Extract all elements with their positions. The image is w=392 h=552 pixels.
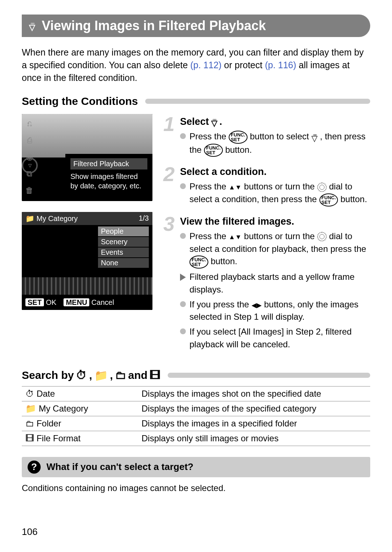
func-set-icon: FUNC.SET bbox=[204, 144, 223, 157]
dot-bullet-icon bbox=[180, 183, 186, 189]
step-title: View the filtered images. bbox=[180, 216, 370, 227]
list-item: People bbox=[98, 226, 149, 236]
func-set-icon: FUNC.SET bbox=[189, 255, 208, 269]
steps-column: 1Select ▫▫▫▽ .Press the FUNC.SET button … bbox=[163, 114, 370, 358]
instruction-columns: ⎌ ⎙ ◉ ⧉ 🗑 ▽ Filtered Playback Show image… bbox=[22, 114, 370, 358]
dial-icon bbox=[317, 232, 327, 241]
filter-ring-icon: ▽ bbox=[22, 158, 38, 173]
dot-bullet-icon bbox=[180, 233, 186, 239]
subheader-setting-conditions: Setting the Conditions bbox=[22, 95, 370, 107]
step-line-text: Press the FUNC.SET button to select ▫▫▫▽… bbox=[189, 130, 370, 157]
step-line-text: If you select [All Images] in Step 2, fi… bbox=[189, 326, 370, 351]
panel-body: Show images filtered by date, category, … bbox=[70, 172, 147, 191]
dot-bullet-icon bbox=[180, 328, 186, 334]
screenshot-my-category: 📁 My Category 1/3 People Scenery Events … bbox=[22, 212, 152, 310]
trash-icon: 🗑 bbox=[25, 186, 33, 195]
table-row: 🎞 File FormatDisplays only still images … bbox=[22, 431, 370, 446]
filter-icon: ▫▫▫▽ bbox=[211, 118, 217, 126]
category-list: People Scenery Events None bbox=[98, 226, 149, 269]
step-number: 1 bbox=[163, 114, 180, 159]
func-set-icon: FUNC.SET bbox=[229, 131, 248, 144]
row-desc: Displays only still images or movies bbox=[138, 431, 370, 446]
list-item: Events bbox=[98, 248, 149, 257]
triangle-bullet-icon bbox=[180, 274, 186, 281]
subheader-search-by: Search by ⏱, 📁, 🗀 and 🎞 bbox=[22, 369, 370, 382]
page-number: 106 bbox=[22, 526, 37, 537]
step-line: Press the buttons or turn the dial to se… bbox=[180, 230, 370, 269]
row-label: File Format bbox=[37, 433, 81, 443]
step-line: Press the FUNC.SET button to select ▫▫▫▽… bbox=[180, 130, 370, 157]
dot-bullet-icon bbox=[180, 133, 186, 139]
tip-body: Conditions containing no images cannot b… bbox=[22, 483, 370, 493]
step-line-text: Press the buttons or turn the dial to se… bbox=[189, 230, 370, 269]
page-title-bar: ▫▫▫▽ Viewing Images in Filtered Playback bbox=[22, 15, 370, 37]
dot-bullet-icon bbox=[180, 301, 186, 307]
step: 2Select a condition.Press the buttons or… bbox=[163, 164, 370, 208]
file-format-icon: 🎞 bbox=[150, 369, 160, 381]
up-down-icon bbox=[229, 231, 242, 241]
step-number: 3 bbox=[163, 214, 180, 353]
step-line: Press the buttons or turn the dial to se… bbox=[180, 180, 370, 206]
step-line: If you press the buttons, only the image… bbox=[180, 298, 370, 324]
step: 3View the filtered images.Press the butt… bbox=[163, 214, 370, 353]
row-icon: 🗀 bbox=[25, 418, 34, 428]
row-icon: ⏱ bbox=[25, 389, 34, 398]
table-row: ⏱ DateDisplays the images shot on the sp… bbox=[22, 386, 370, 401]
func-set-icon: FUNC.SET bbox=[319, 193, 338, 207]
question-icon: ? bbox=[28, 461, 41, 474]
lock-icon: ⎌ bbox=[27, 119, 32, 128]
print-icon: ⎙ bbox=[27, 136, 32, 145]
row-desc: Displays the images shot on the specifie… bbox=[138, 386, 370, 401]
screenshot-column: ⎌ ⎙ ◉ ⧉ 🗑 ▽ Filtered Playback Show image… bbox=[22, 114, 152, 358]
page-ref-112: (p. 112) bbox=[190, 60, 221, 70]
table-row: 🗀 FolderDisplays the images in a specifi… bbox=[22, 416, 370, 431]
screenshot-filtered-playback: ⎌ ⎙ ◉ ⧉ 🗑 ▽ Filtered Playback Show image… bbox=[22, 114, 152, 201]
row-label: Date bbox=[37, 389, 55, 398]
list-item: None bbox=[98, 258, 149, 268]
row-desc: Displays the images of the specified cat… bbox=[138, 401, 370, 416]
row-icon: 📁 bbox=[25, 404, 36, 413]
menu-badge: MENU bbox=[64, 298, 89, 306]
up-down-icon bbox=[229, 181, 242, 191]
intro-paragraph: When there are many images on the memory… bbox=[22, 46, 370, 84]
page-title: Viewing Images in Filtered Playback bbox=[42, 18, 266, 33]
step-line: If you select [All Images] in Step 2, fi… bbox=[180, 326, 370, 351]
list-item: Scenery bbox=[98, 237, 149, 247]
step-title: Select a condition. bbox=[180, 166, 370, 177]
table-row: 📁 My CategoryDisplays the images of the … bbox=[22, 401, 370, 416]
row-label: Folder bbox=[37, 418, 61, 428]
step-line-text: Press the buttons or turn the dial to se… bbox=[189, 180, 370, 206]
left-right-icon bbox=[252, 299, 262, 309]
page-counter: 1/3 bbox=[139, 214, 149, 223]
clock-icon: ⏱ bbox=[76, 369, 87, 381]
folder-icon: 🗀 bbox=[115, 369, 126, 381]
search-table: ⏱ DateDisplays the images shot on the sp… bbox=[22, 386, 370, 446]
step-line: Filtered playback starts and a yellow fr… bbox=[180, 271, 370, 296]
step-line-text: If you press the buttons, only the image… bbox=[189, 298, 370, 324]
step-number: 2 bbox=[163, 164, 180, 208]
step-title: Select ▫▫▫▽ . bbox=[180, 116, 370, 127]
dial-icon bbox=[317, 183, 327, 192]
set-badge: SET bbox=[25, 298, 44, 306]
category-icon: 📁 bbox=[25, 214, 37, 222]
category-icon: 📁 bbox=[94, 369, 108, 382]
step-line-text: Filtered playback starts and a yellow fr… bbox=[189, 271, 370, 296]
panel-header: Filtered Playback bbox=[70, 158, 147, 169]
filter-icon: ▫▫▫▽ bbox=[29, 22, 35, 30]
tip-title: What if you can't select a target? bbox=[46, 461, 193, 473]
row-desc: Displays the images in a specified folde… bbox=[138, 416, 370, 431]
page-ref-116: (p. 116) bbox=[265, 60, 296, 70]
filter-icon: ▫▫▫▽ bbox=[311, 133, 318, 141]
step: 1Select ▫▫▫▽ .Press the FUNC.SET button … bbox=[163, 114, 370, 159]
tip-bar: ? What if you can't select a target? bbox=[22, 457, 370, 477]
row-label: My Category bbox=[39, 404, 88, 413]
row-icon: 🎞 bbox=[25, 433, 34, 443]
